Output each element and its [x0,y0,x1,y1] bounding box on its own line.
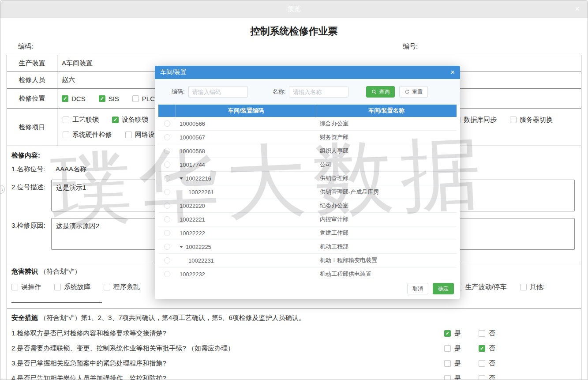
checkbox-label: 系统故障 [64,283,90,291]
checkbox-label: 生产波动/停车 [465,283,507,291]
table-row[interactable]: 10017744 公司 [158,158,457,172]
expand-arrow-icon[interactable] [180,246,183,248]
table-body[interactable]: 10000566 综合办公室 10000567 财务资产部 10000568 组… [158,117,457,278]
row-code: 10022231 [188,257,214,264]
row-name: 财务资产部 [316,133,457,141]
yes-label: 是 [454,344,461,353]
search-code-label: 编码: [172,88,185,96]
checkbox-program-disorder[interactable]: 程序紊乱 [104,283,140,291]
checkbox-sis[interactable]: SIS [99,95,119,102]
radio-button[interactable] [164,189,170,195]
question-text: 2.是否需要办理联锁、变更、控制系统作业等相关审批手续? （如需应办理） [11,344,444,353]
checkbox-other[interactable]: 其他: [520,283,545,291]
checkbox-dcs[interactable]: DCS [62,95,86,102]
radio-button[interactable] [164,120,170,127]
table-row[interactable]: 10022231 机动工程部输变电装置 [158,254,457,267]
checkbox-icon [479,330,485,337]
reset-button[interactable]: 重置 [399,86,428,98]
checkbox-q2-no[interactable]: 否 [479,344,513,353]
search-icon [371,89,377,94]
checkbox-q4-no[interactable]: 否 [479,374,513,380]
row-code: 10022220 [180,203,205,209]
radio-button[interactable] [164,203,170,209]
cancel-button[interactable]: 取消 [407,283,428,294]
table-row[interactable]: 10022261 供销管理部-产成品库房 [158,185,457,199]
question-text: 1.检修双方是否已对检修内容和检修要求等交接清楚? [11,329,444,338]
checkbox-q1-yes[interactable]: 是 [444,329,479,338]
radio-button[interactable] [164,134,170,140]
checkbox-icon [62,95,68,102]
code-label: 编码: [18,42,33,50]
query-button-label: 查询 [379,88,390,96]
checkbox-q4-yes[interactable]: 是 [444,374,479,380]
checkbox-process-interlock[interactable]: 工艺联锁 [63,116,99,124]
safety-section: 安全措施 （符合划“√”）第1、2、3、7项共同确认，第4项工艺确认，第5、6项… [7,309,581,380]
checkbox-misoperation[interactable]: 误操作 [11,283,41,291]
row-name: 纪委办公室 [316,202,457,210]
checkbox-icon [479,375,485,380]
checkbox-system-hardware[interactable]: 系统硬件检修 [63,131,112,139]
radio-button[interactable] [164,175,170,181]
radio-button[interactable] [164,148,170,154]
checkbox-db-sync[interactable]: 数据库同步 [454,116,497,124]
close-icon[interactable]: × [575,4,580,14]
radio-button[interactable] [164,216,170,222]
modal-close-icon[interactable]: × [450,68,455,77]
table-row[interactable]: 10022216 供销管理部 [158,172,457,185]
confirm-button[interactable]: 确定 [433,283,454,294]
checkbox-system-fault[interactable]: 系统故障 [54,283,90,291]
expand-arrow-icon[interactable] [180,177,183,180]
checkbox-label: SIS [109,95,119,102]
radio-button[interactable] [164,271,170,277]
row-code: 10000567 [180,134,205,141]
no-label: 否 [489,359,495,368]
checkbox-q2-yes[interactable]: 是 [444,344,479,353]
table-row[interactable]: 10022221 内控审计部 [158,213,457,226]
refresh-icon [404,89,410,94]
checkbox-icon [112,117,119,123]
checkbox-label: DCS [71,95,86,102]
table-row[interactable]: 10022232 机动工程部供电装置 [158,267,457,278]
workshop-table: 车间/装置编码 车间/装置名称 10000566 综合办公室 10000567 … [158,105,457,278]
table-row[interactable]: 10022222 党建工作部 [158,226,457,240]
table-row[interactable]: 10000566 综合办公室 [158,117,457,131]
collapse-arrow-icon: ‹ [1,187,3,192]
checkbox-label: 误操作 [21,283,41,291]
preview-title: 预览 [288,5,301,13]
checkbox-q1-no[interactable]: 否 [479,329,513,338]
row-name: 机动工程部 [316,243,457,251]
row-name: 机动工程部输变电装置 [316,256,457,264]
checkbox-production-fluctuation[interactable]: 生产波动/停车 [456,283,507,291]
number-label: 编号: [403,42,418,51]
radio-button[interactable] [164,257,170,263]
table-row[interactable]: 10022225 机动工程部 [158,240,457,254]
checkbox-icon [63,117,69,123]
table-row[interactable]: 10000568 组织人事部 [158,144,457,158]
search-code-input[interactable] [188,86,248,98]
row-code: 10022261 [188,189,214,196]
table-row[interactable]: 10022220 纪委办公室 [158,199,457,213]
preview-window: 预览 × 控制系统检修作业票 编码: 编号: 生产装置 A车间装置 检修人员 赵… [0,0,588,380]
safety-heading: 安全措施 [11,314,38,321]
safety-question-row: 4.是否已告知相关岗位人员并加强操作、监控和防护? 是 否 [11,371,576,380]
checkbox-label: 服务器切换 [520,116,553,124]
row-code: 10022216 [186,175,211,182]
checkbox-server-switch[interactable]: 服务器切换 [510,116,553,124]
checkbox-q3-no[interactable]: 否 [479,359,513,368]
checkbox-icon [444,360,451,367]
checkbox-icon [479,360,485,367]
checkbox-icon [444,375,451,380]
search-name-input[interactable] [289,86,348,98]
query-button[interactable]: 查询 [366,86,395,98]
radio-button[interactable] [164,230,170,236]
checkbox-equipment-interlock[interactable]: 设备联锁 [112,116,148,124]
checkbox-plc[interactable]: PLC [132,95,155,102]
checkbox-icon [63,132,69,138]
radio-button[interactable] [164,244,170,250]
table-row[interactable]: 10000567 财务资产部 [158,131,457,144]
row-name: 党建工作部 [316,229,457,237]
checkbox-icon [11,284,18,290]
checkbox-q3-yes[interactable]: 是 [444,359,479,368]
radio-button[interactable] [164,162,170,168]
checkbox-icon [479,345,485,352]
